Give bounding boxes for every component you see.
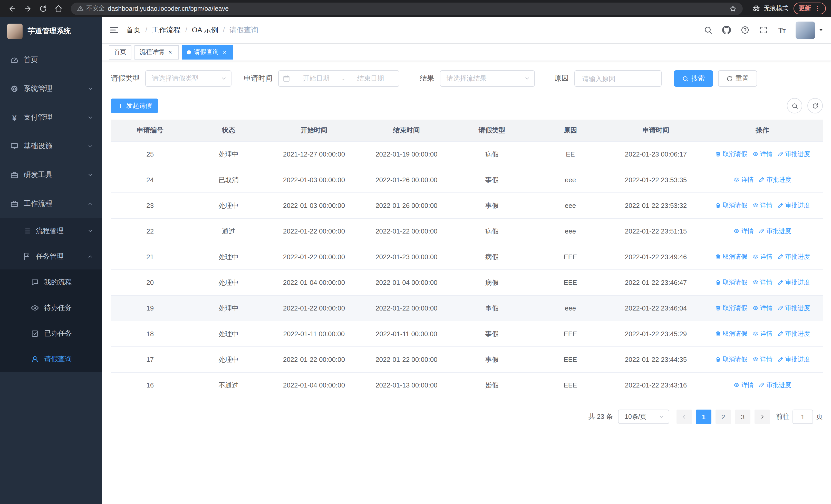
sidebar-item-leave-query[interactable]: 请假查询 bbox=[0, 347, 102, 372]
detail-action[interactable]: 详情 bbox=[752, 329, 773, 338]
sidebar-item-process-management[interactable]: 流程管理 bbox=[0, 218, 102, 244]
create-leave-button[interactable]: 发起请假 bbox=[111, 98, 158, 113]
detail-action[interactable]: 详情 bbox=[752, 304, 773, 313]
dashboard-icon bbox=[10, 56, 19, 64]
app-title: 芋道管理系统 bbox=[28, 27, 71, 36]
goto-page-input[interactable] bbox=[793, 410, 813, 424]
cell-actions: 详情审批进度 bbox=[702, 167, 823, 193]
progress-action[interactable]: 审批进度 bbox=[778, 150, 810, 158]
cancel-leave-action[interactable]: 取消请假 bbox=[715, 304, 747, 313]
toggle-search-button[interactable] bbox=[787, 98, 802, 113]
detail-action[interactable]: 详情 bbox=[752, 201, 773, 210]
github-icon[interactable] bbox=[718, 21, 735, 39]
cancel-leave-action[interactable]: 取消请假 bbox=[715, 278, 747, 287]
detail-action[interactable]: 详情 bbox=[734, 227, 754, 236]
cell-id: 21 bbox=[111, 244, 190, 270]
detail-action[interactable]: 详情 bbox=[734, 176, 754, 184]
sidebar-item-home[interactable]: 首页 bbox=[0, 46, 102, 75]
cell-start: 2022-01-22 00:00:00 bbox=[268, 295, 360, 321]
cancel-leave-action[interactable]: 取消请假 bbox=[715, 201, 747, 210]
sidebar-item-done-tasks[interactable]: 已办任务 bbox=[0, 321, 102, 347]
tab-process-detail[interactable]: 流程详情 bbox=[135, 45, 179, 59]
date-range-picker[interactable]: 开始日期 - 结束日期 bbox=[278, 70, 399, 87]
sidebar-item-devtools[interactable]: 研发工具 bbox=[0, 161, 102, 189]
next-page-button[interactable] bbox=[754, 410, 770, 424]
browser-reload-button[interactable] bbox=[36, 1, 50, 16]
detail-action[interactable]: 详情 bbox=[734, 381, 754, 390]
help-icon[interactable] bbox=[736, 21, 753, 39]
progress-action[interactable]: 审批进度 bbox=[778, 355, 810, 364]
page-size-select[interactable]: 10条/页 bbox=[618, 410, 669, 424]
fullscreen-icon[interactable] bbox=[754, 21, 772, 39]
progress-action[interactable]: 审批进度 bbox=[778, 329, 810, 338]
detail-action[interactable]: 详情 bbox=[752, 253, 773, 261]
progress-action[interactable]: 审批进度 bbox=[778, 304, 810, 313]
tab-label: 流程详情 bbox=[140, 48, 164, 56]
progress-action[interactable]: 审批进度 bbox=[759, 176, 791, 184]
sidebar-item-workflow[interactable]: 工作流程 bbox=[0, 189, 102, 218]
search-icon[interactable] bbox=[699, 21, 717, 39]
user-avatar[interactable] bbox=[796, 21, 815, 39]
page-button-1[interactable]: 1 bbox=[696, 410, 711, 424]
col-leave-type: 请假类型 bbox=[453, 120, 531, 141]
browser-back-button[interactable] bbox=[5, 1, 20, 16]
button-label: 发起请假 bbox=[126, 101, 152, 110]
button-label: 重置 bbox=[736, 74, 749, 83]
tab-leave-query[interactable]: 请假查询 bbox=[182, 45, 233, 59]
cancel-leave-action[interactable]: 取消请假 bbox=[715, 150, 747, 158]
detail-action[interactable]: 详情 bbox=[752, 150, 773, 158]
warning-icon bbox=[77, 5, 84, 12]
table-toolbar: 发起请假 bbox=[111, 98, 823, 113]
sidebar-item-infrastructure[interactable]: 基础设施 bbox=[0, 132, 102, 161]
cell-status: 处理中 bbox=[190, 193, 268, 218]
incognito-badge: 无痕模式 bbox=[752, 4, 789, 13]
result-select[interactable]: 请选择流结果 bbox=[440, 70, 535, 87]
cancel-leave-action[interactable]: 取消请假 bbox=[715, 253, 747, 261]
start-date-placeholder: 开始日期 bbox=[292, 74, 340, 83]
cancel-leave-action[interactable]: 取消请假 bbox=[715, 329, 747, 338]
sidebar-item-my-process[interactable]: 我的流程 bbox=[0, 269, 102, 295]
sidebar-item-system[interactable]: 系统管理 bbox=[0, 75, 102, 103]
leave-type-select[interactable]: 请选择请假类型 bbox=[145, 70, 231, 87]
cancel-leave-action[interactable]: 取消请假 bbox=[715, 355, 747, 364]
breadcrumb-home[interactable]: 首页 bbox=[126, 25, 152, 35]
tab-close-icon[interactable] bbox=[167, 49, 173, 55]
sidebar-item-label: 待办任务 bbox=[44, 303, 72, 313]
refresh-table-button[interactable] bbox=[807, 98, 823, 113]
progress-action[interactable]: 审批进度 bbox=[778, 278, 810, 287]
detail-action[interactable]: 详情 bbox=[752, 355, 773, 364]
progress-action[interactable]: 审批进度 bbox=[778, 201, 810, 210]
caret-down-icon[interactable] bbox=[818, 27, 824, 33]
progress-action[interactable]: 审批进度 bbox=[759, 381, 791, 390]
progress-action[interactable]: 审批进度 bbox=[759, 227, 791, 236]
cell-apply: 2022-01-22 23:45:29 bbox=[609, 321, 702, 347]
tab-close-icon[interactable] bbox=[221, 49, 228, 55]
address-bar[interactable]: 不安全 dashboard.yudao.iocoder.cn/bpm/oa/le… bbox=[71, 2, 743, 14]
logo-avatar bbox=[7, 24, 23, 39]
menu-dots-icon[interactable] bbox=[814, 5, 821, 12]
browser-update-button[interactable]: 更新 bbox=[794, 3, 826, 14]
progress-action[interactable]: 审批进度 bbox=[778, 253, 810, 261]
tab-home[interactable]: 首页 bbox=[109, 45, 132, 59]
font-size-icon[interactable]: TT bbox=[773, 21, 791, 39]
bookmark-star-icon[interactable] bbox=[729, 5, 737, 12]
sidebar-item-todo-tasks[interactable]: 待办任务 bbox=[0, 295, 102, 321]
sidebar-item-payment[interactable]: ¥ 支付管理 bbox=[0, 103, 102, 132]
page-button-3[interactable]: 3 bbox=[735, 410, 750, 424]
page-content: 请假类型 请选择请假类型 申请时间 开始日期 - 结束日期 bbox=[102, 61, 831, 504]
prev-page-button[interactable] bbox=[677, 410, 692, 424]
reset-button[interactable]: 重置 bbox=[718, 70, 757, 87]
detail-action[interactable]: 详情 bbox=[752, 278, 773, 287]
security-warning[interactable]: 不安全 bbox=[77, 4, 105, 13]
sidebar-collapse-button[interactable] bbox=[102, 17, 126, 43]
col-reason: 原因 bbox=[531, 120, 610, 141]
search-button[interactable]: 搜索 bbox=[674, 70, 713, 87]
sidebar-item-label: 基础设施 bbox=[24, 142, 52, 151]
browser-home-button[interactable] bbox=[51, 1, 66, 16]
page-button-2[interactable]: 2 bbox=[716, 410, 731, 424]
cell-apply: 2022-01-22 23:53:32 bbox=[609, 193, 702, 218]
sidebar: 芋道管理系统 首页 系统管理 ¥ 支付管理 基础设施 bbox=[0, 17, 102, 504]
reason-input[interactable] bbox=[581, 74, 655, 83]
sidebar-item-task-management[interactable]: 任务管理 bbox=[0, 244, 102, 269]
browser-forward-button[interactable] bbox=[21, 1, 35, 16]
